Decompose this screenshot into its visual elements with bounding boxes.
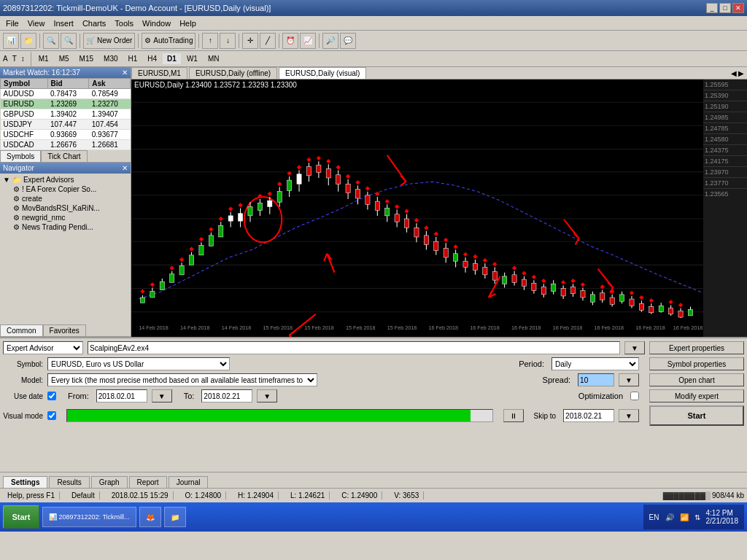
expert-advisor-input[interactable] <box>88 341 620 354</box>
minimize-button[interactable]: _ <box>706 3 718 13</box>
crosshair-button[interactable]: ✛ <box>242 33 258 49</box>
line-button[interactable]: ╱ <box>260 33 276 49</box>
menu-file[interactable]: File <box>1 18 23 29</box>
use-date-checkbox[interactable] <box>47 392 56 400</box>
tf-h4[interactable]: H4 <box>143 53 161 64</box>
nav-create[interactable]: ⚙ create <box>1 194 129 203</box>
spread-dropdown-btn[interactable]: ▼ <box>619 373 639 386</box>
svg-rect-83 <box>375 201 379 210</box>
chart-canvas[interactable]: EURUSD,Daily 1.23400 1.23572 1.23293 1.2… <box>131 79 747 337</box>
market-watch-row[interactable]: USDCHF 0.93669 0.93677 <box>1 130 131 140</box>
nav-movbands[interactable]: ⚙ MovBandsRSI_KaRiN... <box>1 203 129 213</box>
model-dropdown[interactable]: Every tick (the most precise method base… <box>47 373 317 386</box>
tf-w1[interactable]: W1 <box>182 53 202 64</box>
market-watch-row[interactable]: USDJPY 107.447 107.454 <box>1 120 131 130</box>
chart-nav-right[interactable]: ▶ <box>738 69 744 77</box>
market-watch-row[interactable]: EURUSD 1.23269 1.23270 <box>1 99 131 109</box>
tab-graph[interactable]: Graph <box>91 476 128 488</box>
symbol-dropdown[interactable]: EURUSD, Euro vs US Dollar <box>47 357 230 370</box>
tab-eurusd-daily-visual[interactable]: EURUSD,Daily (visual) <box>279 67 366 79</box>
tf-m1[interactable]: M1 <box>34 53 53 64</box>
auto-trading-button[interactable]: ⚙ AutoTrading <box>142 33 196 49</box>
to-date-input[interactable] <box>201 389 252 402</box>
menu-charts[interactable]: Charts <box>78 18 110 29</box>
nav-news-trading[interactable]: ⚙ News Trading Pendi... <box>1 222 129 232</box>
close-button[interactable]: ✕ <box>732 3 744 13</box>
skip-to-input[interactable] <box>563 409 614 422</box>
to-date-btn[interactable]: ▼ <box>257 389 277 402</box>
symbol-properties-button[interactable]: Symbol properties <box>649 357 744 370</box>
navigator-close[interactable]: ✕ <box>122 164 128 172</box>
from-date-input[interactable] <box>96 389 147 402</box>
tab-favorites[interactable]: Favorites <box>43 324 86 336</box>
market-watch-row[interactable]: AUDUSD 0.78473 0.78549 <box>1 89 131 99</box>
period-dropdown[interactable]: Daily <box>551 357 639 370</box>
from-date-btn[interactable]: ▼ <box>152 389 172 402</box>
tab-journal[interactable]: Journal <box>169 476 209 488</box>
open-button[interactable]: 📁 <box>20 33 36 49</box>
market-watch-close[interactable]: ✕ <box>122 69 128 77</box>
nav-newgrid[interactable]: ⚙ newgrid_nmc <box>1 213 129 222</box>
bottom-tabs: Settings Results Graph Report Journal <box>0 472 747 488</box>
pause-button[interactable]: ⏸ <box>503 409 524 422</box>
tf-m30[interactable]: M30 <box>99 53 122 64</box>
menu-insert[interactable]: Insert <box>49 18 78 29</box>
nav-expert-advisors[interactable]: ▼ 📁 Expert Advisors <box>1 175 129 184</box>
taskbar: Start 📊 20897312202: Tickmill... 🦊 📁 EN … <box>0 502 747 532</box>
search-button[interactable]: 🔎 <box>322 33 338 49</box>
svg-rect-45 <box>248 206 252 215</box>
menu-help[interactable]: Help <box>175 18 201 29</box>
menu-tools[interactable]: Tools <box>110 18 138 29</box>
expert-advisor-browse-button[interactable]: ▼ <box>624 341 645 354</box>
visual-mode-checkbox[interactable] <box>47 411 56 420</box>
terminal-button[interactable]: 💬 <box>340 33 356 49</box>
buy-button[interactable]: ↑ <box>202 33 218 49</box>
tab-tick-chart[interactable]: Tick Chart <box>41 150 87 162</box>
tab-results[interactable]: Results <box>49 476 89 488</box>
chart-button[interactable]: 📈 <box>300 33 316 49</box>
tf-mn[interactable]: MN <box>204 53 224 64</box>
svg-rect-127 <box>522 279 526 286</box>
zoom-in-button[interactable]: 🔍 <box>43 33 59 49</box>
spread-input[interactable] <box>578 373 614 386</box>
svg-rect-157 <box>630 299 634 306</box>
clock-button[interactable]: ⏰ <box>282 33 298 49</box>
menu-window[interactable]: Window <box>138 18 175 29</box>
zoom-out-button[interactable]: 🔍 <box>61 33 77 49</box>
tf-d1[interactable]: D1 <box>163 53 181 64</box>
cursor-tool[interactable]: ↕ <box>21 55 28 63</box>
nav-folder-icon: 📁 <box>12 176 21 184</box>
tf-m15[interactable]: M15 <box>75 53 98 64</box>
market-watch-row[interactable]: GBPUSD 1.39402 1.39407 <box>1 109 131 120</box>
svg-rect-136 <box>551 284 556 291</box>
skip-to-date-btn[interactable]: ▼ <box>619 409 639 422</box>
tab-settings[interactable]: Settings <box>3 476 47 488</box>
tab-symbols[interactable]: Symbols <box>0 150 41 162</box>
new-order-button[interactable]: 🛒 New Order <box>83 33 135 49</box>
nav-ea-forex-copier[interactable]: ⚙ ! EA Forex Copier So... <box>1 184 129 194</box>
svg-rect-68 <box>326 169 330 178</box>
taskbar-mt4[interactable]: 📊 20897312202: Tickmill... <box>42 507 136 527</box>
text-tool[interactable]: T <box>12 55 20 63</box>
start-button[interactable]: Start <box>649 405 744 426</box>
tab-common[interactable]: Common <box>0 324 43 336</box>
taskbar-browser[interactable]: 🦊 <box>139 507 161 527</box>
sell-button[interactable]: ↓ <box>220 33 236 49</box>
menu-view[interactable]: View <box>23 18 50 29</box>
maximize-button[interactable]: □ <box>719 3 731 13</box>
tf-h1[interactable]: H1 <box>124 53 142 64</box>
new-chart-button[interactable]: 📊 <box>3 33 19 49</box>
taskbar-file[interactable]: 📁 <box>164 507 186 527</box>
tab-eurusd-m1[interactable]: EURUSD,M1 <box>131 67 187 79</box>
tab-report[interactable]: Report <box>129 476 167 488</box>
chart-nav-left[interactable]: ◀ <box>731 69 737 77</box>
expert-advisor-dropdown[interactable]: Expert Advisor <box>3 341 83 354</box>
tf-m5[interactable]: M5 <box>55 53 74 64</box>
expert-properties-button[interactable]: Expert properties <box>649 341 744 354</box>
open-chart-button[interactable]: Open chart <box>649 373 744 386</box>
optimization-checkbox[interactable] <box>630 392 639 400</box>
modify-expert-button[interactable]: Modify expert <box>649 389 744 402</box>
market-watch-row[interactable]: USDCAD 1.26676 1.26681 <box>1 140 131 150</box>
tab-eurusd-daily-offline[interactable]: EURUSD,Daily (offline) <box>189 67 277 79</box>
start-button[interactable]: Start <box>3 505 39 529</box>
